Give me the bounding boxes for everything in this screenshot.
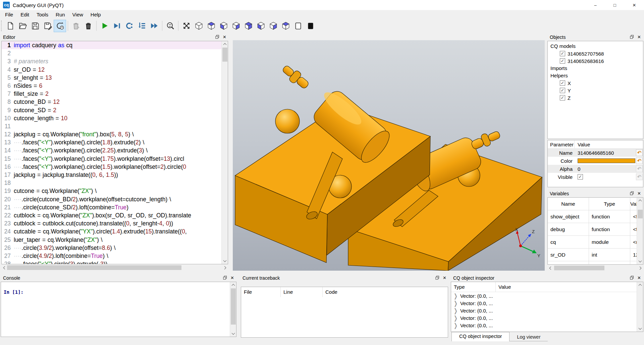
checkbox-X[interactable]: ✓: [560, 80, 565, 86]
delete-unused-button[interactable]: [70, 20, 82, 32]
float-dock-icon[interactable]: [630, 34, 634, 40]
toolbar-drag-handle[interactable]: [1, 20, 3, 31]
scroll-right-button[interactable]: [222, 265, 228, 271]
close-button[interactable]: ✕: [625, 0, 644, 10]
reset-alpha-button[interactable]: ↶: [636, 165, 643, 172]
variables-vertical-scrollbar[interactable]: [637, 198, 643, 264]
parameter-column-header[interactable]: Parameter: [548, 140, 575, 148]
inspector-dock-titlebar[interactable]: CQ object inspector ✕: [451, 274, 643, 282]
scroll-up-button[interactable]: [222, 41, 228, 47]
inspector-vertical-scrollbar[interactable]: [637, 282, 643, 332]
tree-group-cq-models[interactable]: CQ models: [548, 43, 643, 50]
checkbox-3140652683616[interactable]: ✓: [560, 58, 565, 64]
variables-column-name[interactable]: Name: [548, 198, 589, 210]
tree-group-imports[interactable]: Imports: [548, 65, 643, 72]
traceback-column-line[interactable]: Line: [281, 287, 323, 297]
delete-all-button[interactable]: [82, 20, 95, 32]
checkbox-Y[interactable]: ✓: [560, 88, 565, 93]
console-dock-titlebar[interactable]: Console ✕: [1, 274, 236, 282]
tab-cq-object-inspector[interactable]: CQ object inspector: [451, 332, 509, 341]
scroll-up-button[interactable]: [637, 198, 643, 203]
expand-chevron-icon[interactable]: ❯: [454, 322, 458, 329]
inspector-row-2[interactable]: ❯Vector: (0.0, ...: [451, 299, 643, 307]
float-dock-icon[interactable]: [630, 275, 634, 281]
close-dock-icon[interactable]: ✕: [223, 34, 226, 40]
3d-viewport[interactable]: X Z Y: [233, 40, 545, 271]
scroll-left-button[interactable]: [1, 265, 7, 271]
traceback-column-code[interactable]: Code: [323, 287, 448, 297]
expand-chevron-icon[interactable]: ❯: [454, 307, 458, 314]
view-cube-3-button[interactable]: [217, 20, 230, 32]
view-cube-2-button[interactable]: [205, 20, 217, 32]
expand-chevron-icon[interactable]: ❯: [454, 300, 458, 307]
variable-row-sr_OD[interactable]: sr_ODint12: [548, 249, 643, 261]
variables-horizontal-scrollbar[interactable]: [547, 265, 643, 271]
scroll-right-button[interactable]: [638, 265, 643, 271]
float-dock-icon[interactable]: [435, 275, 439, 281]
visible-checkbox[interactable]: ✓: [578, 174, 583, 180]
tree-item-3140652707568[interactable]: ✓3140652707568: [548, 50, 643, 57]
minimize-button[interactable]: –: [586, 0, 605, 10]
scroll-down-button[interactable]: [222, 258, 228, 264]
float-dock-icon[interactable]: [215, 34, 219, 40]
param-value[interactable]: ✓: [575, 174, 636, 180]
editor-horizontal-scrollbar[interactable]: [1, 265, 228, 271]
variables-dock-titlebar[interactable]: Variables ✕: [547, 190, 643, 197]
new-file-button[interactable]: [4, 20, 16, 32]
traceback-dock-titlebar[interactable]: Current traceback ✕: [240, 274, 449, 282]
wireframe-button[interactable]: [292, 20, 304, 32]
menu-tools[interactable]: Tools: [33, 11, 52, 18]
open-file-button[interactable]: [16, 20, 29, 32]
view-cube-5-button[interactable]: [242, 20, 255, 32]
inspector-row-3[interactable]: ❯Vector: (0.0, ...: [451, 307, 643, 314]
tree-group-helpers[interactable]: Helpers: [548, 72, 643, 79]
shaded-button[interactable]: [304, 20, 317, 32]
variable-row-show_object[interactable]: show_objectfunction<f: [548, 210, 643, 223]
value-column-header[interactable]: Value: [496, 282, 643, 292]
menu-file[interactable]: File: [1, 11, 17, 18]
tree-item-X[interactable]: ✓X: [548, 79, 643, 87]
param-value[interactable]: [575, 158, 636, 163]
close-dock-icon[interactable]: ✕: [637, 275, 641, 280]
inspector-row-1[interactable]: ❯Vector: (0.0, ...: [451, 292, 643, 299]
save-button[interactable]: [29, 20, 41, 32]
reset-visible-button[interactable]: ↶: [636, 174, 643, 180]
save-as-button[interactable]: [41, 20, 54, 32]
checkbox-3140652707568[interactable]: ✓: [560, 51, 565, 56]
step-button[interactable]: [123, 20, 136, 32]
view-cube-4-button[interactable]: [230, 20, 242, 32]
scroll-down-button[interactable]: [637, 326, 643, 332]
variable-row-debug[interactable]: debugfunction<f: [548, 223, 643, 236]
console-vertical-scrollbar[interactable]: [230, 282, 236, 337]
float-dock-icon[interactable]: [630, 191, 634, 196]
step-into-button[interactable]: [136, 20, 148, 32]
variable-row-sr_lenght[interactable]: sr_lenghtint13: [548, 261, 643, 265]
maximize-button[interactable]: □: [605, 0, 625, 10]
reset-name-button[interactable]: ↶: [636, 149, 643, 156]
reset-color-button[interactable]: ↶: [636, 157, 643, 164]
scroll-up-button[interactable]: [230, 282, 236, 288]
reload-button[interactable]: [54, 20, 66, 32]
tree-item-Z[interactable]: ✓Z: [548, 94, 643, 101]
view-cube-8-button[interactable]: [279, 20, 292, 32]
close-dock-icon[interactable]: ✕: [230, 275, 234, 280]
tree-item-Y[interactable]: ✓Y: [548, 87, 643, 94]
expand-chevron-icon[interactable]: ❯: [454, 315, 458, 322]
view-cube-1-button[interactable]: [193, 20, 205, 32]
continue-button[interactable]: [148, 20, 160, 32]
scroll-down-button[interactable]: [230, 331, 236, 337]
editor-vertical-scrollbar[interactable]: [221, 41, 228, 264]
variable-row-cq[interactable]: cqmodule<m: [548, 236, 643, 249]
tab-log-viewer[interactable]: Log viewer: [509, 333, 548, 341]
variables-column-type[interactable]: Type: [589, 198, 630, 210]
console-area[interactable]: In [1]:: [1, 282, 236, 337]
close-dock-icon[interactable]: ✕: [443, 275, 446, 280]
param-value[interactable]: 0: [575, 166, 636, 172]
inspector-row-5[interactable]: ❯Vector: (0.0, ...: [451, 322, 643, 329]
type-column-header[interactable]: Type: [451, 282, 496, 292]
color-swatch[interactable]: [578, 158, 635, 163]
view-cube-7-button[interactable]: [267, 20, 279, 32]
checkbox-Z[interactable]: ✓: [560, 95, 565, 100]
inspect-code-button[interactable]: [164, 20, 176, 32]
expand-chevron-icon[interactable]: ❯: [454, 292, 458, 299]
